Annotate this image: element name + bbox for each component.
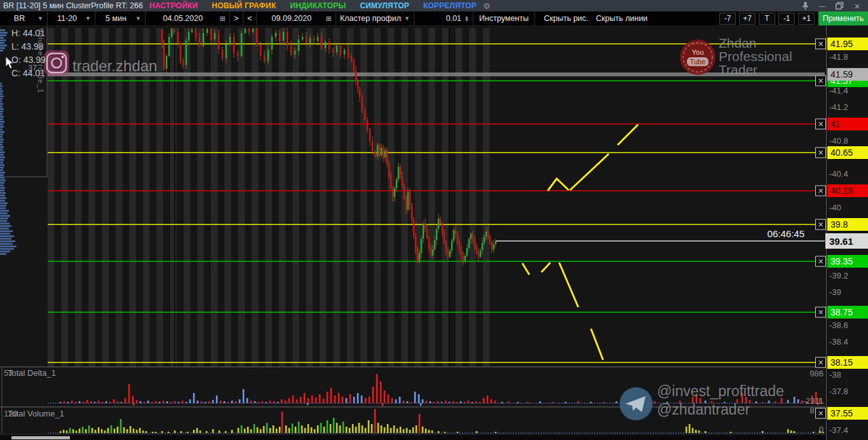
spinner-arrows-icon[interactable]: ▲▼ — [465, 15, 469, 22]
menu-item-2[interactable]: ИНДИКАТОРЫ — [290, 1, 346, 10]
pin-icon[interactable] — [802, 2, 809, 10]
mouse-cursor — [5, 56, 15, 70]
apply-button[interactable]: Применить — [818, 11, 868, 25]
window-controls: — × — [802, 2, 868, 10]
title-bar[interactable]: BR [11-20] 5 мин ClusterProfile RT: 266 … — [0, 0, 868, 11]
tools-menu[interactable]: Инструменты — [473, 11, 535, 25]
level-delete-checkbox[interactable]: ✕ — [815, 357, 826, 368]
nav-button--1[interactable]: -1 — [778, 13, 795, 25]
price-level-chip[interactable]: 40.65 — [827, 146, 868, 159]
date-next-button[interactable]: > — [230, 11, 243, 25]
price-step-spinner[interactable]: 0.01▲▼ — [414, 11, 473, 25]
price-tick-label: -38.6 — [829, 320, 848, 330]
price-tick-label: -37.4 — [829, 425, 848, 435]
nav-button-T[interactable]: T — [759, 13, 775, 25]
youtube-watermark-text: Zhdan Professional Trader — [719, 36, 792, 76]
level-delete-checkbox[interactable]: ✕ — [815, 119, 826, 130]
hide-lines-button[interactable]: Скрыть линии — [592, 11, 651, 25]
delta-panel-label: Total Delta_1 — [8, 368, 56, 378]
price-tick-label: -40 — [829, 203, 841, 212]
price-level-chip[interactable]: 40.19 — [827, 184, 868, 197]
price-tick-label: -40.4 — [829, 169, 848, 179]
price-tick-label: -39 — [829, 287, 841, 297]
level-delete-checkbox[interactable]: ✕ — [815, 408, 826, 419]
svg-text:Tube: Tube — [690, 58, 706, 65]
chart-stage: trader.zhdan You Tube Zhdan Professional… — [0, 0, 868, 440]
level-delete-checkbox[interactable]: ✕ — [815, 219, 826, 230]
level-delete-checkbox[interactable]: ✕ — [815, 76, 826, 86]
price-level-chip[interactable]: 41.95 — [827, 38, 868, 50]
close-button[interactable]: × — [853, 2, 862, 10]
instagram-watermark-text: trader.zhdan — [72, 57, 157, 75]
price-level-chip[interactable]: 39.35 — [827, 255, 868, 268]
price-level-chip[interactable]: 37.55 — [827, 407, 868, 420]
level-delete-checkbox[interactable]: ✕ — [815, 307, 826, 318]
calendar-icon[interactable]: ⊞ — [220, 15, 226, 23]
nav-buttons: -7+7T-1+1 — [719, 11, 818, 25]
date-prev-button[interactable]: < — [243, 11, 257, 25]
price-tick-label: -40.8 — [829, 136, 848, 146]
menu-item-3[interactable]: СИМУЛЯТОР — [360, 1, 409, 10]
calendar-icon[interactable]: ⊞ — [326, 15, 332, 23]
date-to-picker[interactable]: 09.09.2020⊞ — [257, 11, 336, 25]
menu-item-0[interactable]: НАСТРОЙКИ — [149, 1, 198, 10]
volume-min-value: 0 — [785, 425, 824, 434]
chevron-down-icon: ▼ — [85, 15, 91, 22]
price-tick-label: -37.8 — [829, 387, 848, 396]
nav-button--7[interactable]: -7 — [719, 13, 736, 25]
svg-text:You: You — [692, 48, 704, 56]
minimize-button[interactable]: — — [818, 2, 827, 10]
contract-select[interactable]: 11-20▼ — [48, 11, 95, 25]
main-menu: НАСТРОЙКИНОВЫЙ ГРАФИКИНДИКАТОРЫСИМУЛЯТОР… — [149, 1, 477, 10]
chevron-down-icon: ▼ — [135, 15, 141, 22]
chevron-down-icon: ▼ — [404, 15, 410, 22]
price-tick-label: -39.2 — [829, 271, 848, 280]
gear-icon[interactable]: ⚙ — [483, 1, 491, 11]
telegram-icon — [619, 387, 653, 421]
volume-profile-max-value: 37 — [28, 63, 37, 72]
current-time-label: 06:46:45 — [686, 228, 804, 239]
price-scale[interactable]: -41.8-41.4-41.2-40.8-40.4-40-39.2-39-38.… — [826, 25, 868, 440]
telegram-watermark-handle-1: @invest_profittrade — [657, 383, 784, 400]
price-level-chip[interactable]: 38.75 — [827, 306, 868, 319]
price-tick-label: -38.4 — [829, 337, 848, 347]
timeframe-select[interactable]: 5 мин▼ — [95, 11, 146, 25]
restore-button[interactable] — [836, 2, 844, 10]
nav-button-+1[interactable]: +1 — [798, 13, 815, 25]
price-tick-label: -38 — [829, 370, 841, 380]
window-title: BR [11-20] 5 мин ClusterProfile RT: 266 — [0, 1, 149, 10]
chevron-down-icon: ▼ — [37, 15, 43, 22]
volume-profile-indicator-label: Volume Profile_1 — [37, 28, 44, 93]
chart-mode-select[interactable]: Кластер профиля▼ — [336, 11, 414, 25]
level-delete-checkbox[interactable]: ✕ — [815, 39, 826, 50]
telegram-watermark-handle-2: @zhdantrader — [657, 401, 750, 418]
menu-item-4[interactable]: КОРРЕЛЯТОР — [423, 1, 477, 10]
price-tick-label: -41.2 — [829, 102, 848, 112]
delta-max-value: 986 — [785, 369, 824, 378]
toolbar: BR▼ 11-20▼ 5 мин▼ 04.05.2020⊞ > < 09.09.… — [0, 11, 868, 26]
date-from-picker[interactable]: 04.05.2020⊞ — [146, 11, 230, 25]
scrollbar-thumb[interactable] — [11, 436, 70, 439]
youtube-icon: You Tube — [679, 38, 717, 76]
price-tick-label: -41.8 — [829, 52, 848, 62]
volume-panel-label: Total Volume_1 — [8, 409, 64, 418]
current-price-chip[interactable]: 39.61 — [825, 233, 868, 249]
horizontal-scrollbar[interactable] — [0, 435, 868, 440]
price-level-chip[interactable]: 38.15 — [827, 356, 868, 369]
nav-button-+7[interactable]: +7 — [739, 13, 756, 25]
instagram-icon — [42, 48, 71, 78]
trading-terminal-window: trader.zhdan You Tube Zhdan Professional… — [0, 0, 868, 440]
hide-drawings-button[interactable]: Скрыть рис. — [540, 11, 592, 25]
level-delete-checkbox[interactable]: ✕ — [815, 186, 826, 196]
menu-item-1[interactable]: НОВЫЙ ГРАФИК — [212, 1, 276, 10]
symbol-select[interactable]: BR▼ — [0, 11, 48, 25]
price-level-chip[interactable]: 41.59 — [827, 68, 868, 81]
level-delete-checkbox[interactable]: ✕ — [815, 256, 826, 267]
price-level-chip[interactable]: 41 — [827, 118, 868, 130]
delta-min-value: -2311 — [785, 396, 824, 406]
level-delete-checkbox[interactable]: ✕ — [815, 148, 826, 158]
price-level-chip[interactable]: 39.8 — [827, 218, 868, 231]
